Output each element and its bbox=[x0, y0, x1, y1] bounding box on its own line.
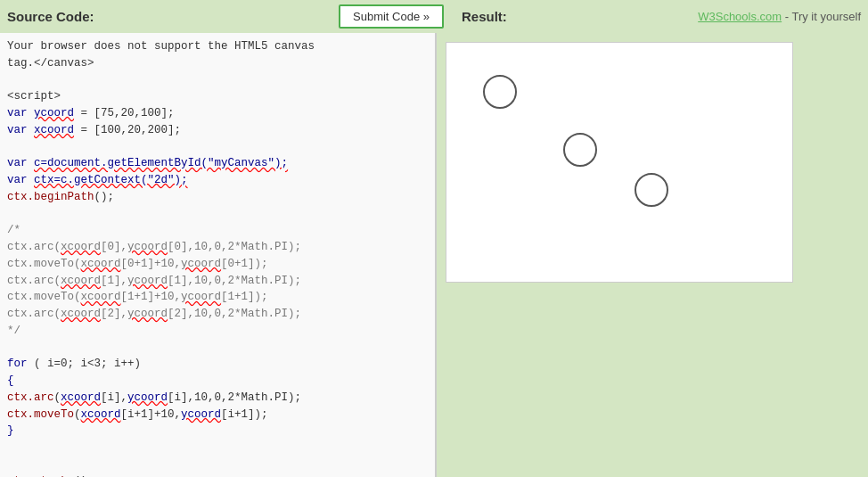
code-line: var c=document.getElementById("myCanvas"… bbox=[7, 155, 428, 172]
code-line bbox=[7, 72, 428, 89]
code-line: ctx.arc(xcoord[0],ycoord[0],10,0,2*Math.… bbox=[7, 239, 428, 256]
w3schools-link-container: W3Schools.com - Try it yourself bbox=[698, 10, 861, 23]
code-line: ctx.arc(xcoord[1],ycoord[1],10,0,2*Math.… bbox=[7, 273, 428, 290]
submit-button[interactable]: Submit Code » bbox=[339, 4, 444, 29]
code-line: ctx.arc(xcoord[i],ycoord[i],10,0,2*Math.… bbox=[7, 390, 428, 407]
w3schools-suffix: - Try it yourself bbox=[782, 10, 861, 23]
code-line: /* bbox=[7, 222, 428, 239]
w3schools-link[interactable]: W3Schools.com bbox=[698, 10, 782, 23]
code-line: for ( i=0; i<3; i++) bbox=[7, 356, 428, 373]
left-panel: Your browser does not support the HTML5 … bbox=[0, 33, 437, 477]
code-line: Your browser does not support the HTML5 … bbox=[7, 38, 428, 55]
code-line: ctx.arc(xcoord[2],ycoord[2],10,0,2*Math.… bbox=[7, 306, 428, 323]
result-canvas bbox=[446, 43, 794, 284]
code-line: } bbox=[7, 423, 428, 440]
code-line: ctx.moveTo(xcoord[0+1]+10,ycoord[0+1]); bbox=[7, 256, 428, 273]
code-line bbox=[7, 139, 428, 156]
code-line: var xcoord = [100,20,200]; bbox=[7, 122, 428, 139]
code-line: ctx.stroke(); bbox=[7, 473, 428, 478]
code-line bbox=[7, 456, 428, 473]
source-code-label: Source Code: bbox=[7, 9, 94, 24]
right-panel bbox=[437, 33, 868, 477]
code-line: ctx.beginPath(); bbox=[7, 189, 428, 206]
code-line: tag.</canvas> bbox=[7, 55, 428, 72]
code-line: var ycoord = [75,20,100]; bbox=[7, 105, 428, 122]
canvas-result bbox=[446, 42, 793, 283]
canvas-circle-1 bbox=[564, 134, 596, 166]
canvas-circle-0 bbox=[484, 76, 516, 108]
code-line bbox=[7, 440, 428, 456]
code-line: <script> bbox=[7, 88, 428, 105]
code-line: ctx.moveTo(xcoord[i+1]+10,ycoord[i+1]); bbox=[7, 407, 428, 424]
code-line: var ctx=c.getContext("2d"); bbox=[7, 172, 428, 189]
code-line: { bbox=[7, 373, 428, 390]
canvas-circle-2 bbox=[635, 174, 667, 206]
code-line: */ bbox=[7, 323, 428, 340]
result-label: Result: bbox=[462, 9, 507, 24]
code-line bbox=[7, 206, 428, 223]
code-line bbox=[7, 340, 428, 357]
code-line: ctx.moveTo(xcoord[1+1]+10,ycoord[1+1]); bbox=[7, 289, 428, 306]
code-editor[interactable]: Your browser does not support the HTML5 … bbox=[0, 33, 435, 477]
